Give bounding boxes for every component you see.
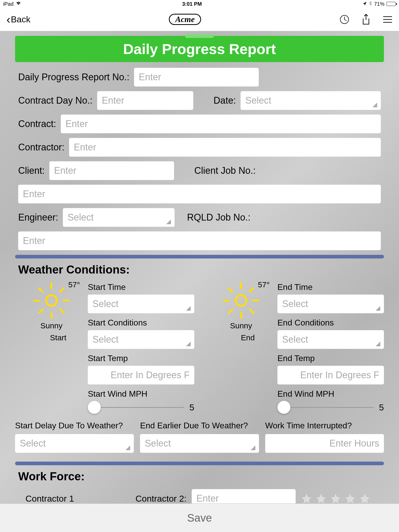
q2-select[interactable]: Select [140, 434, 259, 453]
end-temp-input[interactable] [277, 366, 384, 384]
start-wind-label: Start Wind MPH [88, 389, 194, 399]
bluetooth-icon [369, 1, 372, 7]
save-button[interactable]: Save [0, 503, 399, 532]
end-temp-label: End Temp [277, 354, 384, 363]
start-time-label: Start Time [88, 282, 194, 292]
date-label: Date: [214, 95, 236, 106]
contract-label: Contract: [18, 118, 56, 129]
start-temp-display: 57° [68, 280, 80, 289]
report-no-label: Daily Progress Report No.: [18, 72, 129, 83]
dropdown-icon [125, 445, 130, 450]
start-condition: Sunny [15, 321, 88, 330]
q3-input[interactable] [265, 434, 384, 453]
end-wind-value: 5 [379, 402, 384, 413]
start-time-select[interactable]: Select [88, 295, 194, 313]
divider [15, 462, 384, 465]
start-temp-input[interactable] [88, 366, 194, 384]
device-label: iPad [3, 1, 14, 7]
chevron-left-icon: ‹ [6, 14, 10, 25]
logo: Acme [169, 14, 201, 25]
page-title: Daily Progress Report [123, 41, 276, 57]
date-select[interactable]: Select [241, 91, 381, 110]
start-wind-slider[interactable] [88, 407, 184, 408]
end-cond-select[interactable]: Select [277, 330, 384, 349]
contractor-rating[interactable] [301, 493, 370, 503]
end-cond-label: End Conditions [277, 318, 384, 328]
end-period: End [218, 333, 277, 342]
contractor2-label: Contractor 2: [119, 494, 187, 504]
client-input[interactable] [49, 161, 174, 180]
nav-bar: ‹ Back Acme [0, 8, 399, 31]
drag-handle-icon[interactable] [185, 34, 214, 38]
back-label: Back [11, 14, 31, 24]
contractor2-input[interactable] [192, 489, 296, 503]
wifi-icon [16, 1, 21, 7]
end-time-select[interactable]: Select [277, 295, 384, 313]
rqld-input[interactable] [18, 231, 381, 250]
start-cond-label: Start Conditions [88, 318, 194, 328]
back-button[interactable]: ‹ Back [6, 14, 30, 25]
share-icon[interactable] [361, 15, 371, 24]
weather-header: Weather Conditions: [18, 263, 384, 276]
report-no-input[interactable] [134, 68, 259, 87]
menu-icon[interactable] [383, 15, 393, 24]
dropdown-icon [251, 445, 255, 450]
end-wind-label: End Wind MPH [277, 389, 384, 399]
end-condition: Sunny [205, 321, 277, 330]
sun-icon [33, 282, 70, 319]
dropdown-icon [376, 306, 380, 311]
start-cond-select[interactable]: Select [88, 330, 194, 349]
history-icon[interactable] [340, 15, 349, 24]
end-temp-display: 57° [258, 280, 270, 289]
engineer-select[interactable]: Select [63, 208, 175, 227]
contract-day-label: Contract Day No.: [18, 95, 92, 106]
contractor-label: Contractor: [18, 142, 64, 153]
location-icon [363, 1, 367, 7]
page-title-banner: Daily Progress Report [15, 36, 384, 62]
q3-label: Work Time Interrupted? [265, 421, 384, 430]
contractor1-label: Contractor 1 [25, 494, 74, 504]
content: Daily Progress Report Daily Progress Rep… [0, 31, 399, 503]
start-wind-value: 5 [189, 402, 194, 413]
rqld-label: RQLD Job No.: [187, 212, 250, 223]
dropdown-icon [186, 342, 191, 346]
dropdown-icon [376, 342, 380, 346]
contract-input[interactable] [61, 115, 381, 133]
client-job-label: Client Job No.: [194, 165, 256, 176]
battery-icon [387, 2, 396, 6]
divider [15, 255, 384, 258]
status-bar: iPad 3:01 PM 71% [0, 0, 399, 8]
contractor-input[interactable] [69, 138, 381, 157]
contract-day-input[interactable] [97, 91, 193, 110]
engineer-label: Engineer: [18, 212, 58, 223]
dropdown-icon [373, 103, 377, 107]
clock: 3:01 PM [182, 1, 202, 7]
end-time-label: End Time [277, 282, 384, 292]
q1-label: Start Delay Due To Weather? [15, 421, 134, 430]
client-label: Client: [18, 165, 45, 176]
q2-label: End Earlier Due To Weather? [140, 421, 259, 430]
save-label: Save [187, 512, 212, 524]
sun-icon [223, 282, 259, 319]
end-wind-slider[interactable] [277, 407, 374, 408]
battery-pct: 71% [374, 1, 384, 7]
q1-select[interactable]: Select [15, 434, 134, 453]
start-period: Start [29, 333, 88, 342]
workforce-header: Work Force: [18, 470, 384, 483]
client-job-input[interactable] [18, 185, 381, 203]
start-temp-label: Start Temp [88, 354, 194, 363]
dropdown-icon [186, 306, 191, 311]
dropdown-icon [166, 220, 171, 224]
